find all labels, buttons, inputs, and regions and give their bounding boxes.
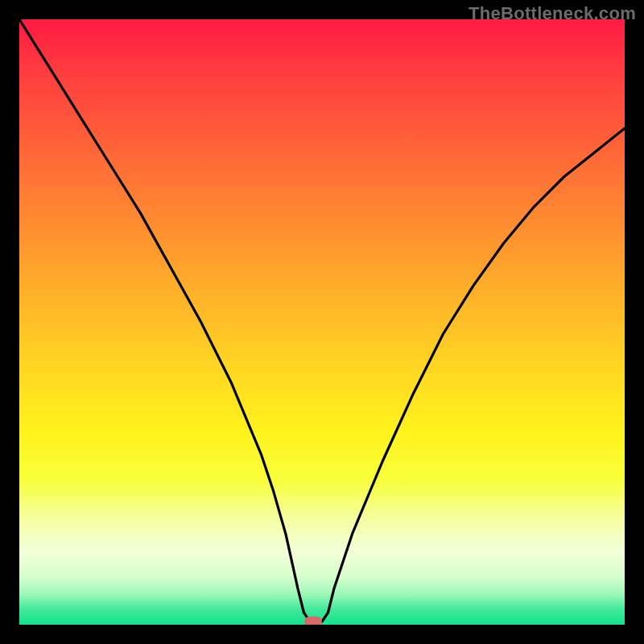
chart-frame: TheBottleneck.com [0,0,644,644]
bottleneck-curve [19,19,625,625]
watermark-text: TheBottleneck.com [469,3,636,24]
plot-area [19,19,625,625]
optimum-marker [304,617,322,625]
